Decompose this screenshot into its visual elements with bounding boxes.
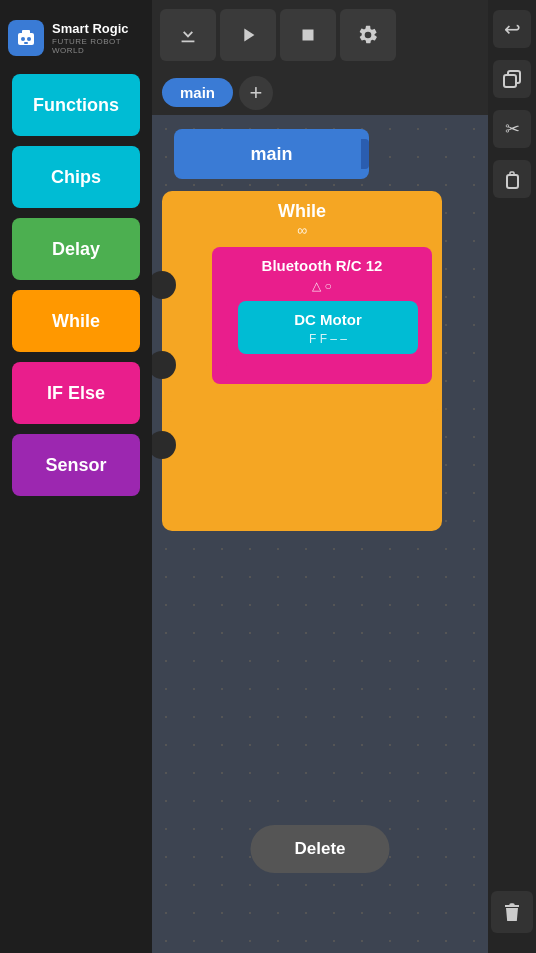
stop-button[interactable]	[280, 9, 336, 61]
toolbar	[152, 0, 488, 70]
block-bluetooth[interactable]: Bluetooth R/C 12 △ ○ DC Motor F F – –	[212, 247, 432, 384]
svg-point-3	[27, 37, 31, 41]
dcmotor-title: DC Motor	[252, 311, 404, 328]
app-subtitle: FUTURE ROBOT WORLD	[52, 37, 144, 55]
svg-point-2	[21, 37, 25, 41]
sidebar: Smart Rogic FUTURE ROBOT WORLD Functions…	[0, 0, 152, 953]
sensor-button[interactable]: Sensor	[12, 434, 140, 496]
add-tab-button[interactable]: +	[239, 76, 273, 110]
undo-button[interactable]: ↩	[493, 10, 531, 48]
dcmotor-params: F F – –	[252, 332, 404, 346]
logo-area: Smart Rogic FUTURE ROBOT WORLD	[8, 20, 144, 56]
settings-button[interactable]	[340, 9, 396, 61]
play-button[interactable]	[220, 9, 276, 61]
bluetooth-icons: △ ○	[226, 279, 418, 293]
connector-1	[152, 271, 176, 299]
block-main-label: main	[250, 144, 292, 165]
while-bottom-strip	[162, 394, 442, 412]
app-logo-icon	[8, 20, 44, 56]
svg-rect-4	[24, 42, 28, 44]
chips-button[interactable]: Chips	[12, 146, 140, 208]
connector-2	[152, 351, 176, 379]
tab-main[interactable]: main	[162, 78, 233, 107]
app-name: Smart Rogic	[52, 21, 144, 37]
functions-button[interactable]: Functions	[12, 74, 140, 136]
svg-rect-5	[303, 30, 314, 41]
connector-3	[152, 431, 176, 459]
copy-button[interactable]	[493, 60, 531, 98]
svg-rect-7	[507, 175, 518, 188]
paste-button[interactable]	[493, 160, 531, 198]
block-main[interactable]: main	[174, 129, 369, 179]
bluetooth-title: Bluetooth R/C 12	[226, 257, 418, 274]
cut-button[interactable]: ✂	[493, 110, 531, 148]
block-while[interactable]: While ∞ Bluetooth R/C 12 △ ○ DC Motor F …	[162, 191, 442, 531]
download-button[interactable]	[160, 9, 216, 61]
right-panel: ↩ ✂	[488, 0, 536, 953]
while-symbol: ∞	[297, 222, 307, 238]
main-content: main + main While ∞ Bluetooth R/C 12 △ ○	[152, 0, 488, 953]
main-notch	[361, 139, 369, 169]
ifelse-button[interactable]: IF Else	[12, 362, 140, 424]
canvas-area: main While ∞ Bluetooth R/C 12 △ ○ DC Mot…	[152, 115, 488, 953]
tab-bar: main +	[152, 70, 488, 115]
delete-button[interactable]: Delete	[250, 825, 389, 873]
while-label: While	[278, 201, 326, 222]
while-button[interactable]: While	[12, 290, 140, 352]
bluetooth-bottom-bar	[226, 362, 418, 376]
block-dcmotor[interactable]: DC Motor F F – –	[238, 301, 418, 354]
svg-rect-6	[504, 75, 516, 87]
delay-button[interactable]: Delay	[12, 218, 140, 280]
logo-text: Smart Rogic FUTURE ROBOT WORLD	[52, 21, 144, 55]
trash-button-right[interactable]	[491, 891, 533, 933]
svg-rect-1	[22, 30, 30, 35]
